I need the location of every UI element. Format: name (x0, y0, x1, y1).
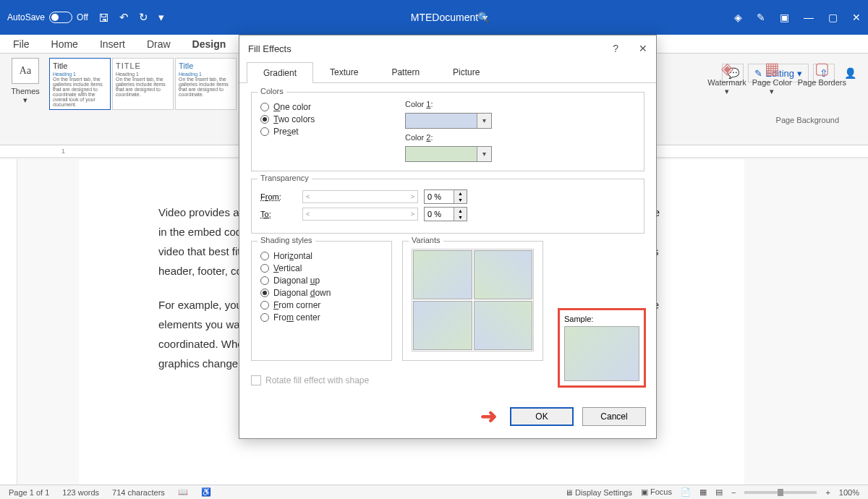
variant-3[interactable] (413, 301, 472, 350)
view-print-icon[interactable]: ▦ (699, 487, 707, 497)
close-icon[interactable]: ✕ (852, 12, 861, 23)
qat-dropdown-icon[interactable]: ▾ (158, 11, 164, 24)
quick-access-toolbar: 🖫 ↶ ↻ ▾ (98, 11, 164, 24)
window-controls: ◈ ✎ ▣ — ▢ ✕ (734, 12, 861, 23)
accessibility-icon[interactable]: ♿ (201, 487, 211, 497)
to-slider[interactable]: <> (302, 208, 418, 221)
zoom-out[interactable]: − (731, 488, 736, 497)
variant-1[interactable] (413, 250, 472, 299)
view-read-icon[interactable]: 📄 (681, 487, 691, 497)
tab-home[interactable]: Home (51, 38, 78, 50)
radio-preset[interactable]: Preset (260, 127, 405, 137)
variant-2[interactable] (474, 250, 533, 299)
transparency-group: Transparency From: <> ▲▼ To: <> ▲▼ (251, 179, 644, 234)
radio-horizontal[interactable]: Horizontal (260, 251, 383, 261)
variant-4[interactable] (474, 301, 533, 350)
tab-pattern[interactable]: Pattern (375, 61, 436, 82)
to-percent[interactable]: ▲▼ (424, 207, 467, 221)
watermark-button[interactable]: ◈Watermark▾ (707, 59, 746, 96)
color1-picker[interactable]: ▾ (405, 113, 492, 129)
zoom-level[interactable]: 100% (839, 488, 859, 497)
undo-icon[interactable]: ↶ (119, 11, 129, 24)
page-color-button[interactable]: ▦Page Color▾ (752, 59, 792, 96)
radio-from-corner[interactable]: From corner (260, 300, 383, 310)
ribbon-display-icon[interactable]: ▣ (780, 12, 789, 23)
color2-picker[interactable]: ▾ (405, 146, 492, 162)
maximize-icon[interactable]: ▢ (828, 12, 838, 23)
tab-design[interactable]: Design (192, 38, 226, 50)
tab-draw[interactable]: Draw (147, 38, 171, 50)
display-settings[interactable]: 🖥 Display Settings (565, 488, 632, 497)
style-item-2[interactable]: TITLEHeading 1On the Insert tab, the gal… (112, 58, 174, 110)
annotation-arrow: ➜ (480, 404, 497, 428)
spellcheck-icon[interactable]: 📖 (178, 487, 188, 497)
title-bar: AutoSave Off 🖫 ↶ ↻ ▾ MTEDocument▾ 🔍 ◈ ✎ … (0, 0, 868, 35)
radio-one-color[interactable]: One color (260, 102, 405, 112)
radio-vertical[interactable]: Vertical (260, 263, 383, 273)
focus-mode[interactable]: ▣ Focus (641, 487, 672, 497)
word-count[interactable]: 123 words (62, 488, 99, 497)
dialog-close-icon[interactable]: ✕ (639, 43, 647, 54)
zoom-in[interactable]: + (825, 488, 830, 497)
redo-icon[interactable]: ↻ (139, 11, 148, 24)
zoom-slider[interactable] (744, 491, 817, 494)
brush-icon[interactable]: ✎ (757, 12, 765, 23)
vertical-ruler[interactable] (0, 159, 17, 485)
dialog-title: Fill Effects (248, 43, 292, 54)
search-icon[interactable]: 🔍 (477, 12, 490, 23)
color1-label: Color 1: (405, 100, 492, 108)
document-title[interactable]: MTEDocument▾ (164, 12, 734, 23)
from-percent[interactable]: ▲▼ (424, 189, 467, 204)
tab-picture[interactable]: Picture (436, 61, 496, 82)
radio-two-colors[interactable]: Two colors (260, 114, 405, 124)
radio-diagonal-up[interactable]: Diagonal up (260, 276, 383, 286)
cancel-button[interactable]: Cancel (582, 407, 646, 426)
radio-from-center[interactable]: From center (260, 312, 383, 323)
fill-effects-dialog: Fill Effects ? ✕ Gradient Texture Patter… (239, 35, 657, 439)
from-slider[interactable]: <> (302, 190, 418, 203)
themes-button[interactable]: Aa Themes▾ (7, 58, 43, 105)
help-icon[interactable]: ? (613, 43, 618, 54)
from-label: From: (260, 192, 297, 201)
save-icon[interactable]: 🖫 (98, 12, 109, 24)
dialog-tabs: Gradient Texture Pattern Picture (239, 61, 656, 83)
ok-button[interactable]: OK (510, 407, 574, 426)
colors-group: Colors One color Two colors Preset Color… (251, 92, 644, 171)
autosave-toggle[interactable]: AutoSave Off (7, 12, 88, 23)
view-web-icon[interactable]: ▤ (715, 487, 723, 497)
tab-texture[interactable]: Texture (313, 61, 375, 82)
page-background-label: Page Background (776, 116, 839, 124)
sample-highlight: Sample: (558, 308, 646, 388)
variants-group: Variants (402, 241, 543, 361)
status-bar: Page 1 of 1 123 words 714 characters 📖 ♿… (0, 485, 868, 499)
dialog-titlebar: Fill Effects ? ✕ (239, 35, 656, 61)
shading-styles-group: Shading styles Horizontal Vertical Diago… (251, 241, 392, 361)
sample-label: Sample: (564, 315, 639, 323)
page-borders-button[interactable]: ▢Page Borders (798, 59, 846, 96)
sample-preview (564, 326, 639, 381)
color2-label: Color 2: (405, 133, 492, 142)
style-item-1[interactable]: TitleHeading 1On the Insert tab, the gal… (49, 58, 111, 110)
tab-gradient[interactable]: Gradient (247, 62, 313, 83)
radio-diagonal-down[interactable]: Diagonal down (260, 288, 383, 298)
to-label: To: (260, 210, 297, 218)
minimize-icon[interactable]: — (804, 12, 814, 23)
tab-insert[interactable]: Insert (100, 38, 125, 50)
style-gallery[interactable]: TitleHeading 1On the Insert tab, the gal… (49, 58, 237, 110)
tab-file[interactable]: File (13, 38, 30, 50)
diamond-icon[interactable]: ◈ (734, 12, 742, 23)
style-item-3[interactable]: TitleHeading 1On the Insert tab, the gal… (175, 58, 237, 110)
page-number[interactable]: Page 1 of 1 (9, 488, 49, 497)
char-count[interactable]: 714 characters (112, 488, 165, 497)
